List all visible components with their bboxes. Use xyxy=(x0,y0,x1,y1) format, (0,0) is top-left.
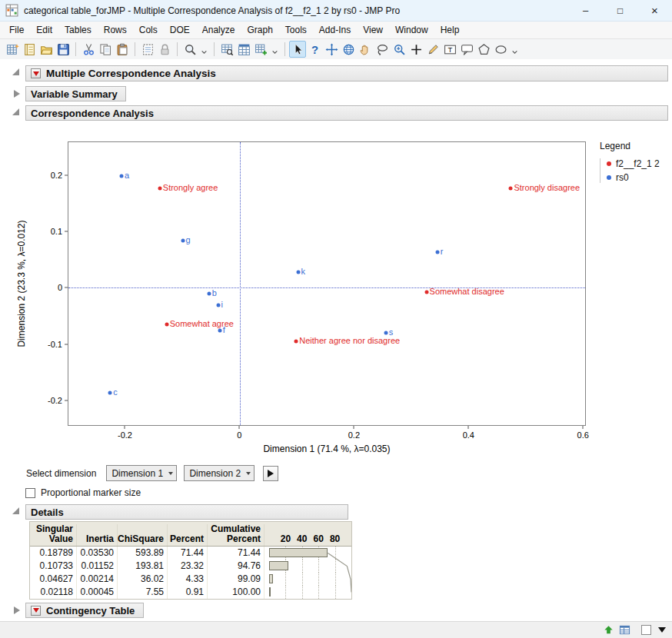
point-s[interactable] xyxy=(384,331,388,334)
new-journal-icon[interactable] xyxy=(21,41,38,58)
point-k[interactable] xyxy=(296,271,300,274)
point-label-a: a xyxy=(125,171,129,180)
close-button[interactable]: × xyxy=(637,0,672,21)
menu-cols[interactable]: Cols xyxy=(133,22,164,38)
lasso-icon[interactable] xyxy=(374,41,391,58)
window-list-caret-icon[interactable] xyxy=(658,627,666,633)
text-box-icon[interactable]: T xyxy=(441,41,458,58)
dimension2-select[interactable]: Dimension 2 xyxy=(184,465,254,481)
minimize-button[interactable]: – xyxy=(568,0,603,21)
menu-graph[interactable]: Graph xyxy=(241,22,278,38)
point-label-r: r xyxy=(441,247,444,256)
point-r[interactable] xyxy=(435,250,439,254)
dimension1-select[interactable]: Dimension 1 xyxy=(106,465,177,481)
table-add-icon[interactable] xyxy=(252,41,269,58)
details-cell: 0.03530 xyxy=(77,547,118,560)
status-table-icon[interactable] xyxy=(619,624,630,636)
polygon-icon[interactable] xyxy=(475,41,492,58)
menu-doe[interactable]: DOE xyxy=(164,22,196,38)
point-g[interactable] xyxy=(181,238,185,242)
menu-add-ins[interactable]: Add-Ins xyxy=(313,22,357,38)
menu-file[interactable]: File xyxy=(3,22,30,38)
maximize-button[interactable]: □ xyxy=(603,0,637,21)
details-cell: 0.18789 xyxy=(30,547,77,560)
pencil-icon[interactable] xyxy=(424,41,441,58)
point-i[interactable] xyxy=(216,304,220,307)
oval-icon[interactable] xyxy=(492,41,509,58)
y-tick-label: 0.2 xyxy=(51,171,62,180)
point-somewhat-disagree[interactable] xyxy=(424,291,428,294)
point-neither-agree-nor-disagree[interactable] xyxy=(294,339,298,343)
arrow-icon[interactable] xyxy=(289,41,306,58)
y-axis-title: Dimension 2 (23.3 %, λ=0.012) xyxy=(16,220,27,347)
plus-icon[interactable] xyxy=(408,41,424,58)
save-icon[interactable] xyxy=(55,41,72,58)
menu-help[interactable]: Help xyxy=(434,22,466,38)
svg-text:?: ? xyxy=(311,43,318,55)
help-icon[interactable]: ? xyxy=(306,41,323,58)
legend: Legend f2__f2_1 2rs0 xyxy=(600,141,660,186)
correspondence-header[interactable]: Correspondence Analysis xyxy=(25,105,668,121)
titlebar: categorical table_forJMP - Multiple Corr… xyxy=(0,0,672,22)
menu-rows[interactable]: Rows xyxy=(98,22,133,38)
menu-analyze[interactable]: Analyze xyxy=(196,22,241,38)
paste-icon[interactable] xyxy=(114,41,131,58)
status-home-icon[interactable] xyxy=(603,624,614,636)
disclosure-mca-icon[interactable] xyxy=(12,68,19,75)
contingency-header[interactable]: Contingency Table xyxy=(25,603,144,618)
proportional-marker-checkbox[interactable] xyxy=(25,488,35,498)
callout-icon[interactable] xyxy=(458,41,475,58)
details-header[interactable]: Details xyxy=(25,504,348,520)
crosshair-icon[interactable] xyxy=(323,41,340,58)
table-search-icon[interactable] xyxy=(218,41,235,58)
menu-window[interactable]: Window xyxy=(389,22,434,38)
open-icon[interactable] xyxy=(38,41,55,58)
percent-bar xyxy=(269,548,328,557)
point-strongly-disagree[interactable] xyxy=(509,187,513,191)
toolbar-overflow-icon[interactable] xyxy=(510,42,520,57)
point-strongly-agree[interactable] xyxy=(158,186,161,190)
mca-header[interactable]: Multiple Correspondence Analysis xyxy=(25,65,668,81)
cut-icon[interactable] xyxy=(80,41,97,58)
hand-icon[interactable] xyxy=(357,41,374,58)
correspondence-plot[interactable]: Strongly agreeStrongly disagreeSomewhat … xyxy=(68,141,586,426)
legend-item-f2-f2-1-2[interactable]: f2__f2_1 2 xyxy=(607,158,660,169)
point-f[interactable] xyxy=(218,328,221,332)
menu-tools[interactable]: Tools xyxy=(279,22,313,38)
lock-icon[interactable] xyxy=(156,41,173,58)
disclosure-contingency-icon[interactable] xyxy=(14,606,20,614)
dimension2-value: Dimension 2 xyxy=(185,468,242,479)
x-tick xyxy=(468,426,469,429)
legend-item-rs0[interactable]: rs0 xyxy=(607,172,660,183)
x-axis-title: Dimension 1 (71.4 %, λ=0.035) xyxy=(68,444,586,454)
table-window-icon[interactable] xyxy=(235,41,252,58)
toolbar-separator xyxy=(75,42,76,56)
disclosure-correspondence-icon[interactable] xyxy=(12,108,19,115)
new-data-table-icon[interactable] xyxy=(4,41,21,58)
y-tick xyxy=(65,344,68,344)
disclosure-variable-summary-icon[interactable] xyxy=(14,90,20,98)
copy-icon[interactable] xyxy=(97,41,114,58)
svg-text:T: T xyxy=(447,45,452,54)
details-row: 0.107330.01152193.8123.3294.76 xyxy=(30,560,351,573)
next-dimension-button[interactable] xyxy=(263,466,278,481)
point-b[interactable] xyxy=(207,291,211,295)
variable-summary-header[interactable]: Variable Summary xyxy=(25,86,126,101)
disclosure-details-icon[interactable] xyxy=(12,507,19,514)
point-a[interactable] xyxy=(120,174,124,178)
window-state-box[interactable] xyxy=(641,625,651,635)
mca-red-triangle-menu-icon[interactable] xyxy=(31,68,41,78)
toolbar-overflow-icon[interactable] xyxy=(270,42,280,57)
jmp-window: categorical table_forJMP - Multiple Corr… xyxy=(0,0,672,638)
toolbar-overflow-icon[interactable] xyxy=(199,42,209,57)
globe-icon[interactable] xyxy=(340,41,357,58)
magnifier-icon[interactable] xyxy=(181,41,198,58)
menu-tables[interactable]: Tables xyxy=(58,22,98,38)
copy-selection-icon[interactable] xyxy=(139,41,156,58)
point-somewhat-agree[interactable] xyxy=(165,322,168,326)
menu-view[interactable]: View xyxy=(357,22,389,38)
zoom-icon[interactable] xyxy=(391,41,408,58)
point-c[interactable] xyxy=(108,391,112,395)
contingency-red-triangle-menu-icon[interactable] xyxy=(31,606,41,616)
menu-edit[interactable]: Edit xyxy=(30,22,58,38)
